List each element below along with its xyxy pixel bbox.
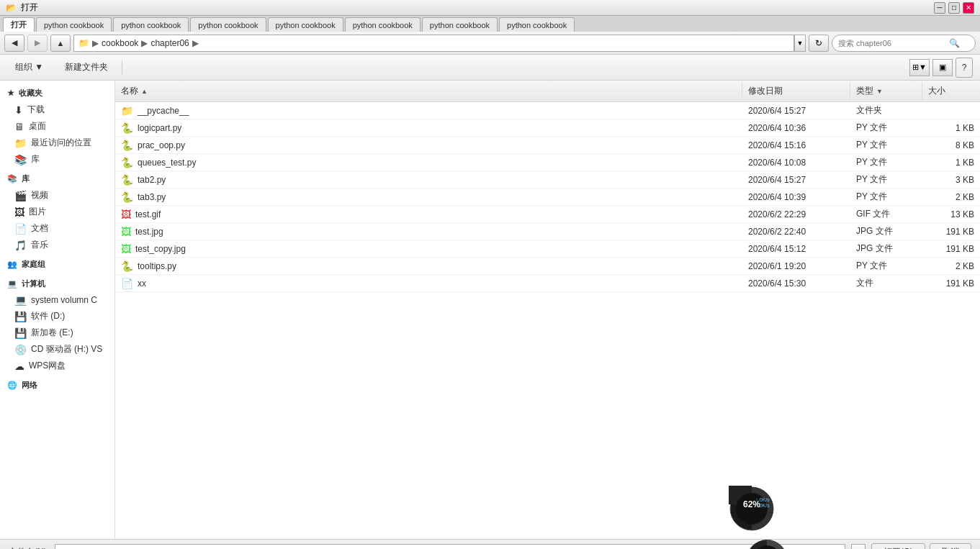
filename-dropdown[interactable]: ▼: [851, 544, 866, 550]
file-cell-name: 📁 __pycache__: [115, 102, 742, 119]
forward-button[interactable]: ▶: [27, 35, 48, 52]
tab-cookbook-5[interactable]: python cookbook: [345, 17, 421, 32]
help-button[interactable]: ?: [956, 58, 973, 78]
file-rows-container: 📁 __pycache__ 2020/6/4 15:27 文件夹 🐍 logic…: [115, 102, 980, 292]
sidebar-item-drive-h[interactable]: 💿 CD 驱动器 (H:) VS: [0, 341, 114, 358]
file-icon: 🐍: [121, 122, 133, 134]
svg-text:↑ 0K/s: ↑ 0K/s: [755, 497, 770, 502]
tab-cookbook-3[interactable]: python cookbook: [190, 17, 266, 32]
sidebar-item-system-volume[interactable]: 💻 system volumn C: [0, 292, 114, 308]
sidebar-item-music[interactable]: 🎵 音乐: [0, 237, 114, 253]
tab-cookbook-7[interactable]: python cookbook: [499, 17, 575, 32]
back-button[interactable]: ◀: [4, 35, 24, 52]
file-name: tab3.py: [138, 192, 166, 202]
address-dropdown[interactable]: ▼: [794, 35, 806, 52]
sidebar-item-wps-cloud[interactable]: ☁ WPS网盘: [0, 358, 114, 374]
tab-cookbook-6[interactable]: python cookbook: [422, 17, 498, 32]
cancel-button[interactable]: 取消: [930, 543, 971, 550]
file-cell-size: 2 KB: [922, 189, 980, 205]
filename-input[interactable]: [55, 544, 845, 550]
file-row[interactable]: 🐍 prac_oop.py 2020/6/4 15:16 PY 文件 8 KB: [115, 137, 980, 154]
pane-button[interactable]: ▣: [932, 59, 953, 76]
type-filter-icon[interactable]: ▼: [876, 88, 883, 95]
tab-cookbook-1[interactable]: python cookbook: [36, 17, 112, 32]
file-cell-size: [922, 102, 980, 119]
col-header-name[interactable]: 名称 ▲: [115, 82, 742, 100]
toolbar-divider: [122, 60, 122, 75]
drive-e-icon: 💾: [14, 327, 27, 339]
file-name: queues_test.py: [138, 158, 196, 168]
file-name: __pycache__: [138, 106, 189, 116]
sidebar-item-downloads[interactable]: ⬇ 下载: [0, 101, 114, 118]
file-row[interactable]: 🖼 test_copy.jpg 2020/6/4 15:12 JPG 文件 19…: [115, 240, 980, 258]
file-name: test.gif: [135, 209, 161, 219]
title-bar-controls: ─ □ ✕: [934, 2, 974, 14]
file-icon: 📄: [121, 278, 133, 289]
sidebar-item-pictures[interactable]: 🖼 图片: [0, 204, 114, 220]
file-list-header: 名称 ▲ 修改日期 类型 ▼ 大小: [115, 81, 980, 102]
file-name: tab2.py: [138, 175, 166, 185]
star-icon: ★: [7, 89, 14, 98]
file-cell-type: PY 文件: [850, 137, 922, 153]
file-cell-size: 2 KB: [922, 258, 980, 274]
col-header-modified[interactable]: 修改日期: [742, 82, 850, 100]
file-row[interactable]: 🐍 tab3.py 2020/6/4 10:39 PY 文件 2 KB: [115, 189, 980, 206]
file-row[interactable]: 🐍 logicpart.py 2020/6/4 10:36 PY 文件 1 KB: [115, 119, 980, 137]
refresh-button[interactable]: ↻: [809, 35, 829, 52]
sidebar-item-drive-e[interactable]: 💾 新加卷 (E:): [0, 325, 114, 341]
file-cell-size: 1 KB: [922, 154, 980, 171]
file-row[interactable]: 🖼 test.gif 2020/6/2 22:29 GIF 文件 13 KB: [115, 206, 980, 223]
file-row[interactable]: 🐍 queues_test.py 2020/6/4 10:08 PY 文件 1 …: [115, 154, 980, 171]
file-cell-name: 🐍 tooltips.py: [115, 258, 742, 274]
file-cell-name: 🖼 test.jpg: [115, 223, 742, 240]
tab-cookbook-2[interactable]: python cookbook: [113, 17, 189, 32]
view-mode-button[interactable]: ⊞▼: [909, 59, 930, 76]
file-cell-modified: 2020/6/1 19:20: [742, 258, 850, 274]
search-input[interactable]: [838, 39, 946, 47]
title-bar-title: 打开: [21, 1, 38, 14]
path-chapter06[interactable]: chapter06: [150, 38, 189, 48]
sidebar-item-documents[interactable]: 📄 文档: [0, 220, 114, 237]
close-button[interactable]: ✕: [963, 2, 974, 14]
search-icon[interactable]: 🔍: [949, 38, 960, 48]
sidebar-item-recent[interactable]: 📁 最近访问的位置: [0, 135, 114, 151]
new-folder-button[interactable]: 新建文件夹: [57, 58, 116, 78]
minimize-button[interactable]: ─: [934, 2, 945, 14]
file-row[interactable]: 📄 xx 2020/6/4 15:30 文件 191 KB: [115, 275, 980, 292]
toolbar: 组织 ▼ 新建文件夹 ⊞▼ ▣ ?: [0, 55, 980, 81]
organize-button[interactable]: 组织 ▼: [7, 58, 51, 78]
desktop-icon: 🖥: [14, 121, 24, 132]
file-name: test.jpg: [135, 227, 163, 237]
sidebar-item-library[interactable]: 📚 库: [0, 151, 114, 168]
maximize-button[interactable]: □: [948, 2, 960, 14]
sidebar-item-drive-d[interactable]: 💾 软件 (D:): [0, 308, 114, 325]
path-icon: 📁: [78, 38, 89, 48]
file-row[interactable]: 🐍 tooltips.py 2020/6/1 19:20 PY 文件 2 KB: [115, 258, 980, 275]
file-row[interactable]: 📁 __pycache__ 2020/6/4 15:27 文件夹: [115, 102, 980, 119]
up-button[interactable]: ▲: [50, 35, 71, 52]
file-cell-name: 🐍 tab3.py: [115, 189, 742, 205]
documents-icon: 📄: [14, 223, 27, 235]
sidebar-item-desktop[interactable]: 🖥 桌面: [0, 118, 114, 135]
open-button[interactable]: 打开(O): [871, 543, 925, 550]
tab-cookbook-4[interactable]: python cookbook: [268, 17, 343, 32]
file-name: logicpart.py: [138, 123, 181, 133]
file-cell-modified: 2020/6/4 10:08: [742, 154, 850, 171]
path-cookbook[interactable]: cookbook: [102, 38, 138, 48]
file-icon: 🖼: [121, 243, 131, 255]
file-cell-modified: 2020/6/4 15:27: [742, 102, 850, 119]
sidebar: ★ 收藏夹 ⬇ 下载 🖥 桌面 📁 最近访问的位置 📚 库 �: [0, 81, 115, 539]
file-icon: 🐍: [121, 260, 133, 272]
title-bar: 📂 打开 ─ □ ✕: [0, 0, 980, 16]
tab-open[interactable]: 打开: [3, 17, 35, 32]
file-cell-modified: 2020/6/4 15:30: [742, 275, 850, 291]
sidebar-section-network: 🌐 网络: [0, 377, 114, 394]
sidebar-item-video[interactable]: 🎬 视频: [0, 187, 114, 204]
col-header-type[interactable]: 类型 ▼: [850, 82, 922, 100]
file-row[interactable]: 🐍 tab2.py 2020/6/4 15:27 PY 文件 3 KB: [115, 171, 980, 189]
sidebar-section-favorites-header: ★ 收藏夹: [0, 85, 114, 101]
sidebar-section-library: 📚 库 🎬 视频 🖼 图片 📄 文档 🎵 音乐: [0, 171, 114, 253]
file-name: xx: [138, 278, 146, 289]
file-row[interactable]: 🖼 test.jpg 2020/6/2 22:40 JPG 文件 191 KB: [115, 223, 980, 240]
col-header-size[interactable]: 大小: [922, 82, 980, 100]
